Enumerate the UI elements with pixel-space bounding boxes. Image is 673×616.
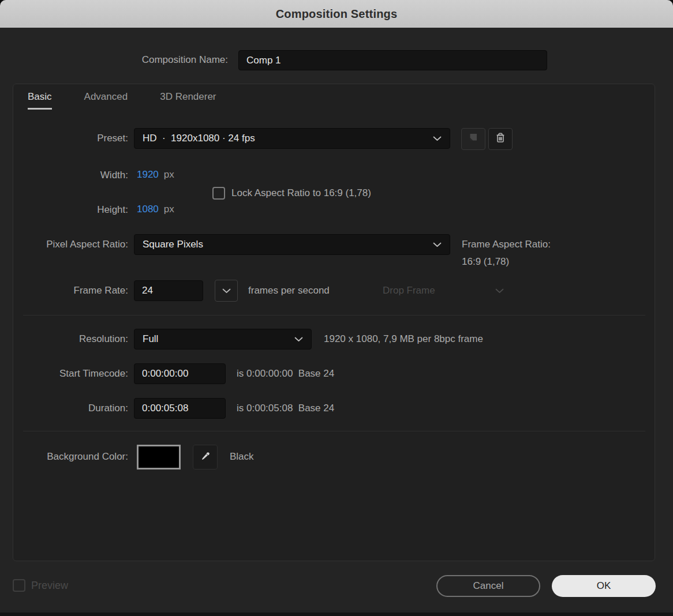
frame-rate-label: Frame Rate:: [13, 284, 128, 297]
width-label: Width:: [13, 169, 128, 182]
eyedropper-icon: [199, 450, 212, 465]
ok-button[interactable]: OK: [552, 575, 656, 597]
background-color-name: Black: [230, 450, 254, 463]
composition-settings-dialog: Composition Settings Composition Name: B…: [0, 0, 673, 616]
section-divider: [23, 431, 645, 431]
pixel-aspect-ratio-dropdown[interactable]: Square Pixels: [134, 234, 450, 255]
start-timecode-info: is 0:00:00:00 Base 24: [237, 367, 334, 380]
frames-per-second-label: frames per second: [248, 284, 330, 297]
frame-rate-preset-button[interactable]: [215, 280, 238, 302]
cancel-button-label: Cancel: [473, 580, 504, 592]
dialog-title: Composition Settings: [276, 7, 398, 21]
preset-label: Preset:: [13, 132, 128, 145]
tab-basic[interactable]: Basic: [28, 91, 52, 110]
height-value-row: 1080 px: [137, 204, 174, 215]
width-value[interactable]: 1920: [137, 169, 159, 181]
duration-input[interactable]: [134, 398, 226, 419]
eyedropper-button[interactable]: [193, 445, 218, 469]
composition-name-label: Composition Name:: [0, 54, 228, 66]
background-color-label: Background Color:: [13, 450, 128, 463]
chevron-down-icon: [495, 285, 504, 296]
frame-aspect-ratio-value: 16:9 (1,78): [462, 253, 551, 271]
save-preset-icon: [467, 132, 480, 147]
width-value-row: 1920 px: [137, 169, 174, 181]
frame-aspect-ratio-block: Frame Aspect Ratio: 16:9 (1,78): [462, 236, 551, 271]
drop-frame-dropdown: Drop Frame: [374, 280, 513, 301]
cancel-button[interactable]: Cancel: [436, 575, 540, 597]
chevron-down-icon: [222, 286, 231, 296]
settings-panel: [13, 84, 655, 561]
tab-3d-renderer[interactable]: 3D Renderer: [160, 91, 216, 110]
duration-info: is 0:00:05:08 Base 24: [237, 402, 334, 415]
resolution-info: 1920 x 1080, 7,9 MB per 8bpc frame: [324, 333, 483, 345]
chevron-down-icon: [433, 133, 442, 144]
resolution-label: Resolution:: [13, 333, 128, 345]
preset-value: HD · 1920x1080 · 24 fps: [143, 133, 255, 144]
resolution-value: Full: [143, 333, 158, 345]
section-divider: [23, 315, 645, 315]
start-timecode-input[interactable]: [134, 363, 226, 384]
chevron-down-icon: [294, 333, 303, 345]
ok-button-label: OK: [597, 580, 611, 592]
delete-preset-button[interactable]: [488, 128, 513, 150]
frame-rate-input[interactable]: [134, 280, 203, 301]
preview-checkbox: [13, 579, 25, 592]
lock-aspect-ratio-checkbox[interactable]: [212, 187, 225, 200]
drop-frame-value: Drop Frame: [383, 285, 435, 296]
resolution-dropdown[interactable]: Full: [134, 329, 312, 350]
tab-bar: Basic Advanced 3D Renderer: [28, 91, 216, 110]
background-color-swatch[interactable]: [137, 445, 181, 469]
preset-dropdown[interactable]: HD · 1920x1080 · 24 fps: [134, 128, 450, 149]
width-unit: px: [164, 169, 174, 181]
chevron-down-icon: [433, 239, 442, 250]
duration-label: Duration:: [13, 402, 128, 415]
trash-icon: [494, 132, 507, 147]
height-label: Height:: [13, 204, 128, 216]
height-unit: px: [164, 204, 174, 215]
pixel-aspect-ratio-label: Pixel Aspect Ratio:: [13, 238, 128, 251]
start-timecode-label: Start Timecode:: [13, 367, 128, 380]
window-bottom-edge: [0, 613, 673, 616]
lock-aspect-ratio-label: Lock Aspect Ratio to 16:9 (1,78): [231, 187, 371, 200]
frame-aspect-ratio-label: Frame Aspect Ratio:: [462, 236, 551, 253]
composition-name-input[interactable]: [238, 50, 547, 70]
tab-advanced[interactable]: Advanced: [84, 91, 128, 110]
save-preset-button[interactable]: [461, 128, 485, 150]
pixel-aspect-ratio-value: Square Pixels: [143, 239, 203, 250]
height-value[interactable]: 1080: [137, 204, 159, 215]
preview-label: Preview: [31, 580, 68, 592]
dialog-titlebar[interactable]: Composition Settings: [0, 0, 673, 28]
